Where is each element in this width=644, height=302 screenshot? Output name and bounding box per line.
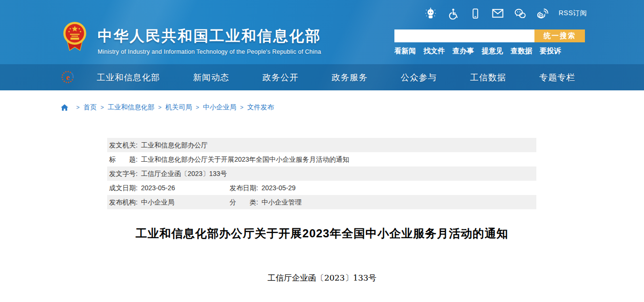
quick-link[interactable]: 查数据 xyxy=(511,47,532,56)
meta-value: 中小企业管理 xyxy=(262,195,302,209)
main-nav: 工业和信息化部新闻动态政务公开政务服务公众参与工信数据专题专栏 xyxy=(97,64,575,90)
breadcrumb-segment: >文件发布 xyxy=(236,103,274,112)
search-input[interactable] xyxy=(394,29,534,42)
meta-label: 发文字号: xyxy=(109,166,138,181)
unified-search-button[interactable]: 统一搜索 xyxy=(534,29,585,42)
meta-row-dates: 成文日期:2023-05-26 发布日期:2023-05-29 xyxy=(107,181,536,195)
breadcrumb-item[interactable]: 中小企业局 xyxy=(203,103,236,112)
breadcrumb-item[interactable]: 机关司局 xyxy=(165,103,192,112)
breadcrumb-separator: > xyxy=(101,104,104,111)
mail-icon[interactable] xyxy=(492,7,504,19)
breadcrumb-separator: > xyxy=(76,104,80,111)
meta-value: 工业和信息化部办公厅 xyxy=(141,138,208,152)
meta-label: 标 题: xyxy=(109,152,138,166)
meta-value: 工信厅企业函〔2023〕133号 xyxy=(141,166,227,181)
nav-item[interactable]: 新闻动态 xyxy=(193,72,229,83)
meta-value: 2023-05-29 xyxy=(262,181,296,195)
meta-label: 分 类: xyxy=(230,195,258,209)
breadcrumb-item[interactable]: 首页 xyxy=(83,103,97,112)
meta-row-publisher-category: 发布机构:中小企业局 分 类:中小企业管理 xyxy=(107,195,536,209)
nav-item[interactable]: 工业和信息化部 xyxy=(97,72,160,83)
meta-label: 发布日期: xyxy=(230,181,258,195)
meta-value: 工业和信息化部办公厅关于开展2023年全国中小企业服务月活动的通知 xyxy=(141,152,349,166)
site-header: RSS订阅 中华人民共和国工业和信息化部 Ministry of Industr… xyxy=(0,0,644,90)
breadcrumb-segment: >首页 xyxy=(72,103,97,112)
rss-subscribe-link[interactable]: RSS订阅 xyxy=(559,9,587,18)
national-emblem-logo xyxy=(62,21,87,54)
gov-e-logo-icon: e xyxy=(60,70,75,86)
page: RSS订阅 中华人民共和国工业和信息化部 Ministry of Industr… xyxy=(0,0,644,302)
article-title: 工业和信息化部办公厅关于开展2023年全国中小企业服务月活动的通知 xyxy=(0,226,644,241)
meta-row-doc-number: 发文字号:工信厅企业函〔2023〕133号 xyxy=(107,166,536,181)
search-bar: 统一搜索 xyxy=(394,29,585,42)
breadcrumb-segment: >机关司局 xyxy=(154,103,192,112)
breadcrumb-item[interactable]: 文件发布 xyxy=(247,103,274,112)
meta-label: 发文机关: xyxy=(109,138,138,152)
quick-link[interactable]: 看新闻 xyxy=(394,47,416,56)
quick-link[interactable]: 找文件 xyxy=(423,47,445,56)
breadcrumb-segment: >中小企业局 xyxy=(192,103,236,112)
home-icon[interactable] xyxy=(60,104,69,111)
accessibility-icon[interactable] xyxy=(447,7,459,19)
svg-text:e: e xyxy=(66,73,70,82)
quick-link[interactable]: 要投诉 xyxy=(540,47,561,56)
site-brand: 中华人民共和国工业和信息化部 Ministry of Industry and … xyxy=(98,26,321,55)
meta-label: 发布机构: xyxy=(109,195,138,209)
breadcrumb-segment: >工业和信息化部 xyxy=(97,103,154,112)
meta-row-issuing-agency: 发文机关:工业和信息化部办公厅 xyxy=(107,138,536,152)
meta-row-title: 标 题:工业和信息化部办公厅关于开展2023年全国中小企业服务月活动的通知 xyxy=(107,152,536,166)
breadcrumb-separator: > xyxy=(240,104,243,111)
utility-bar: RSS订阅 xyxy=(424,7,587,19)
weibo-icon[interactable] xyxy=(536,7,549,19)
wechat-icon[interactable] xyxy=(514,7,526,19)
article-doc-number: 工信厅企业函〔2023〕133号 xyxy=(0,273,644,283)
nav-item[interactable]: 公众参与 xyxy=(401,72,437,83)
site-subtitle: Ministry of Industry and Information Tec… xyxy=(98,49,321,55)
breadcrumb-item[interactable]: 工业和信息化部 xyxy=(108,103,154,112)
nav-item[interactable]: 专题专栏 xyxy=(539,72,575,83)
site-title: 中华人民共和国工业和信息化部 xyxy=(98,26,321,46)
robot-icon[interactable] xyxy=(424,7,437,19)
nav-item[interactable]: 政务公开 xyxy=(262,72,299,83)
nav-item[interactable]: 政务服务 xyxy=(332,72,368,83)
mobile-icon[interactable] xyxy=(469,7,482,19)
meta-value: 2023-05-26 xyxy=(141,181,175,195)
breadcrumb: >首页 >工业和信息化部 >机关司局 >中小企业局 >文件发布 xyxy=(60,103,274,112)
nav-item[interactable]: 工信数据 xyxy=(470,72,506,83)
breadcrumb-separator: > xyxy=(196,104,199,111)
quick-link[interactable]: 提意见 xyxy=(482,47,503,56)
document-meta-table: 发文机关:工业和信息化部办公厅 标 题:工业和信息化部办公厅关于开展2023年全… xyxy=(107,138,536,209)
breadcrumb-separator: > xyxy=(158,104,161,111)
meta-value: 中小企业局 xyxy=(141,195,174,209)
search-quick-links: 看新闻找文件查办事提意见查数据要投诉 xyxy=(394,47,561,56)
meta-label: 成文日期: xyxy=(109,181,138,195)
quick-link[interactable]: 查办事 xyxy=(453,47,474,56)
